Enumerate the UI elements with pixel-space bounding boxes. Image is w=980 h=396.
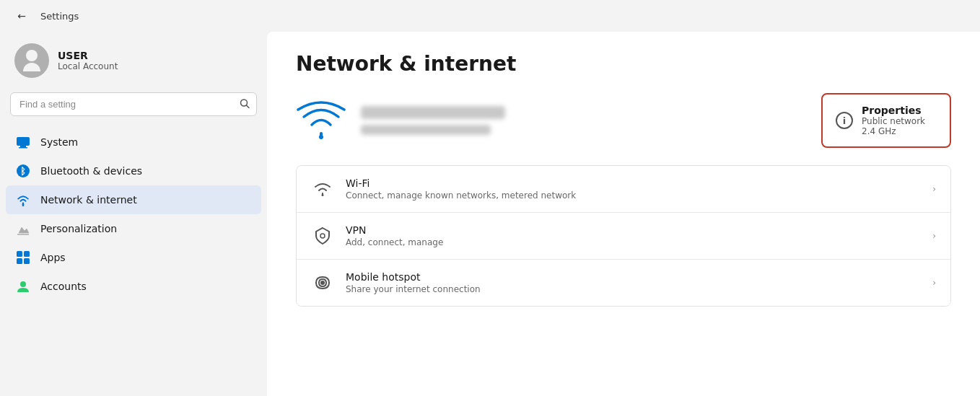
svg-rect-10 bbox=[24, 251, 30, 257]
network-name-blurred bbox=[361, 106, 505, 119]
accounts-icon bbox=[16, 279, 30, 294]
sidebar-item-apps-label: Apps bbox=[40, 252, 66, 263]
svg-point-17 bbox=[320, 281, 325, 285]
chevron-right-icon: › bbox=[932, 184, 936, 194]
search-box bbox=[10, 92, 257, 116]
svg-point-13 bbox=[20, 281, 26, 287]
svg-rect-11 bbox=[17, 258, 22, 264]
user-name: USER bbox=[58, 50, 118, 61]
user-account: Local Account bbox=[58, 61, 118, 71]
sidebar-item-accounts-label: Accounts bbox=[40, 281, 87, 292]
sidebar-item-accounts[interactable]: Accounts bbox=[6, 272, 261, 301]
settings-item-vpn[interactable]: VPN Add, connect, manage › bbox=[297, 213, 950, 260]
settings-item-vpn-desc: Add, connect, manage bbox=[346, 237, 443, 247]
chevron-right-icon-hotspot: › bbox=[932, 278, 936, 288]
network-name-area bbox=[361, 106, 807, 135]
user-info: USER Local Account bbox=[58, 50, 118, 71]
properties-info-icon: i bbox=[836, 112, 853, 129]
svg-rect-3 bbox=[20, 146, 26, 147]
wifi-icon bbox=[311, 177, 334, 201]
vpn-icon bbox=[311, 224, 334, 247]
sidebar-item-bluetooth-label: Bluetooth & devices bbox=[40, 165, 142, 177]
page-title: Network & internet bbox=[296, 52, 951, 76]
svg-text:ᛒ: ᛒ bbox=[20, 166, 26, 177]
sidebar: USER Local Account bbox=[0, 32, 267, 396]
settings-item-wifi-desc: Connect, manage known networks, metered … bbox=[346, 190, 576, 201]
settings-item-hotspot-text: Mobile hotspot Share your internet conne… bbox=[346, 271, 481, 294]
system-icon bbox=[16, 135, 30, 149]
sidebar-item-personalization-label: Personalization bbox=[40, 223, 117, 234]
properties-line2: 2.4 GHz bbox=[862, 126, 925, 136]
settings-item-hotspot[interactable]: Mobile hotspot Share your internet conne… bbox=[297, 260, 950, 306]
properties-title: Properties bbox=[862, 105, 925, 116]
avatar-head bbox=[26, 50, 38, 61]
sidebar-item-apps[interactable]: Apps bbox=[6, 243, 261, 272]
settings-item-vpn-title: VPN bbox=[346, 224, 443, 236]
network-icon bbox=[16, 193, 30, 207]
properties-box[interactable]: i Properties Public network 2.4 GHz bbox=[821, 93, 951, 148]
chevron-right-icon-vpn: › bbox=[932, 231, 936, 241]
settings-item-wifi[interactable]: Wi-Fi Connect, manage known networks, me… bbox=[297, 166, 950, 213]
avatar-body bbox=[23, 63, 40, 71]
sidebar-item-bluetooth[interactable]: ᛒ Bluetooth & devices bbox=[6, 157, 261, 185]
svg-rect-9 bbox=[17, 251, 22, 257]
app-body: USER Local Account bbox=[0, 32, 980, 396]
svg-point-16 bbox=[320, 234, 325, 238]
wifi-connected-icon bbox=[296, 99, 346, 142]
network-connected-section: i Properties Public network 2.4 GHz bbox=[296, 93, 951, 148]
svg-point-14 bbox=[319, 135, 323, 139]
search-input[interactable] bbox=[10, 92, 257, 116]
settings-item-hotspot-desc: Share your internet connection bbox=[346, 284, 481, 294]
svg-rect-4 bbox=[19, 147, 27, 149]
svg-rect-12 bbox=[24, 258, 30, 264]
app-title: Settings bbox=[40, 11, 79, 22]
sidebar-item-network-label: Network & internet bbox=[40, 194, 137, 206]
avatar bbox=[14, 43, 49, 78]
settings-item-hotspot-title: Mobile hotspot bbox=[346, 271, 481, 283]
svg-rect-2 bbox=[17, 137, 30, 146]
main-content: Network & internet i Properties bbox=[267, 32, 980, 396]
settings-item-vpn-text: VPN Add, connect, manage bbox=[346, 224, 443, 247]
back-button[interactable]: ← bbox=[12, 6, 32, 26]
sidebar-item-personalization[interactable]: Personalization bbox=[6, 214, 261, 243]
sidebar-item-network[interactable]: Network & internet bbox=[6, 185, 261, 214]
settings-list: Wi-Fi Connect, manage known networks, me… bbox=[296, 165, 951, 307]
hotspot-icon bbox=[311, 271, 334, 294]
bluetooth-icon: ᛒ bbox=[16, 164, 30, 178]
network-status-blurred bbox=[361, 125, 491, 135]
sidebar-item-system[interactable]: System bbox=[6, 128, 261, 157]
title-bar: ← Settings bbox=[0, 0, 980, 32]
settings-item-wifi-text: Wi-Fi Connect, manage known networks, me… bbox=[346, 177, 576, 201]
properties-text: Properties Public network 2.4 GHz bbox=[862, 105, 925, 136]
properties-line1: Public network bbox=[862, 116, 925, 126]
svg-point-15 bbox=[322, 194, 324, 196]
svg-point-7 bbox=[22, 203, 25, 206]
user-section: USER Local Account bbox=[0, 32, 267, 92]
personalization-icon bbox=[16, 221, 30, 236]
avatar-icon bbox=[23, 50, 40, 71]
settings-item-wifi-title: Wi-Fi bbox=[346, 177, 576, 189]
apps-icon bbox=[16, 250, 30, 265]
nav-list: System ᛒ Bluetooth & devices bbox=[0, 125, 267, 304]
sidebar-item-system-label: System bbox=[40, 136, 78, 148]
